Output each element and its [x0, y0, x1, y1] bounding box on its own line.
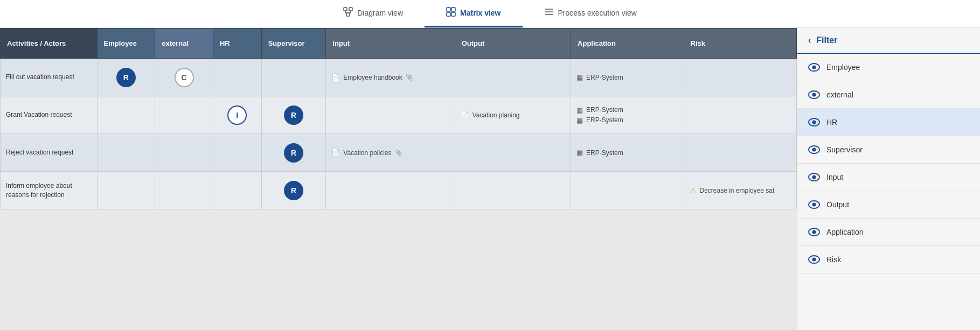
- filter-item-input[interactable]: Input: [797, 164, 980, 191]
- output-label: Vacation planing: [472, 111, 520, 119]
- application-label: ERP-System: [586, 116, 623, 124]
- doc-icon: 📄: [461, 111, 469, 119]
- application-item: ▦ERP-System: [576, 116, 678, 124]
- filter-label-hr: HR: [826, 118, 969, 127]
- filter-item-external[interactable]: external: [797, 81, 980, 109]
- col-employee: Employee: [97, 29, 155, 59]
- svg-rect-0: [344, 8, 347, 11]
- col-supervisor: Supervisor: [261, 29, 326, 59]
- filter-item-employee[interactable]: Employee: [797, 54, 980, 81]
- eye-icon-risk: [808, 254, 820, 265]
- svg-point-20: [812, 148, 816, 152]
- col-hr: HR: [213, 29, 261, 59]
- grid-icon: ▦: [576, 73, 583, 81]
- cell-risk: ⚠Decrease in employee sat: [684, 172, 797, 209]
- eye-icon-input: [808, 171, 820, 183]
- filter-title: Filter: [816, 36, 837, 45]
- cell-input: 📄Vacation policies📎: [326, 134, 455, 172]
- cell-input: [326, 96, 455, 134]
- svg-rect-7: [451, 8, 455, 11]
- svg-point-28: [812, 258, 816, 262]
- input-item: 📄Vacation policies📎: [331, 149, 449, 157]
- filter-item-hr[interactable]: HR: [797, 109, 980, 136]
- main-layout: Activities / Actors Employee external HR…: [0, 28, 980, 330]
- filter-sidebar: ‹ Filter Employee external HR: [797, 28, 980, 330]
- eye-icon-application: [808, 226, 820, 238]
- cell-employee: [97, 134, 155, 172]
- table-row: Grant Vacation requestIR📄Vacation planin…: [1, 96, 797, 134]
- cell-risk: [684, 59, 797, 96]
- svg-rect-9: [451, 12, 455, 16]
- filter-item-application[interactable]: Application: [797, 219, 980, 246]
- col-risk: Risk: [684, 29, 797, 59]
- cell-supervisor: R: [261, 172, 326, 209]
- svg-point-18: [812, 121, 816, 124]
- badge-external-C: C: [175, 68, 194, 87]
- application-label: ERP-System: [586, 106, 623, 114]
- svg-rect-8: [447, 12, 450, 16]
- cell-employee: R: [97, 59, 155, 96]
- eye-icon-hr: [808, 116, 820, 128]
- cell-supervisor: [261, 59, 326, 96]
- risk-item: ⚠Decrease in employee sat: [690, 186, 791, 195]
- cell-external: [155, 172, 213, 209]
- svg-point-22: [812, 175, 816, 179]
- cell-external: [155, 96, 213, 134]
- svg-rect-1: [349, 8, 352, 11]
- filter-label-input: Input: [826, 173, 969, 181]
- matrix-area[interactable]: Activities / Actors Employee external HR…: [0, 28, 797, 330]
- application-label: ERP-System: [586, 74, 623, 81]
- table-row: Fill out vacation requestRC📄Employee han…: [1, 59, 797, 96]
- grid-icon: ▦: [576, 149, 583, 157]
- col-external: external: [155, 29, 213, 59]
- execution-icon: [544, 8, 554, 18]
- nav-matrix[interactable]: Matrix view: [425, 0, 522, 27]
- top-nav: Diagram view Matrix view Process executi…: [0, 0, 980, 28]
- cell-supervisor: R: [261, 134, 326, 172]
- cell-supervisor: R: [261, 96, 326, 134]
- doc-icon: 📄: [331, 149, 340, 157]
- warning-icon: ⚠: [690, 186, 697, 195]
- eye-icon-external: [808, 89, 820, 101]
- cell-output: [455, 172, 571, 209]
- filter-label-supervisor: Supervisor: [826, 145, 969, 154]
- nav-execution[interactable]: Process execution view: [523, 0, 658, 27]
- filter-item-output[interactable]: Output: [797, 191, 980, 219]
- input-label: Vacation policies: [343, 149, 391, 157]
- cell-employee: [97, 172, 155, 209]
- clip-icon: 📎: [406, 74, 413, 81]
- col-activities: Activities / Actors: [1, 29, 98, 59]
- filter-back-button[interactable]: ‹: [808, 36, 811, 45]
- nav-matrix-label: Matrix view: [460, 9, 501, 17]
- cell-output: [455, 59, 571, 96]
- cell-hr: [213, 172, 261, 209]
- doc-icon: 📄: [331, 73, 340, 81]
- cell-hr: [213, 59, 261, 96]
- eye-icon-output: [808, 199, 820, 210]
- filter-header: ‹ Filter: [797, 28, 980, 54]
- output-item: 📄Vacation planing: [461, 111, 565, 119]
- grid-icon: ▦: [576, 106, 583, 114]
- table-row: Inform employee about reasons for reject…: [1, 172, 797, 209]
- cell-input: 📄Employee handbook📎: [326, 59, 455, 96]
- eye-icon-employee: [808, 61, 820, 73]
- svg-point-14: [812, 66, 816, 69]
- cell-output: [455, 134, 571, 172]
- input-label: Employee handbook: [343, 74, 402, 81]
- matrix-icon: [446, 7, 456, 19]
- cell-hr: I: [213, 96, 261, 134]
- input-item: 📄Employee handbook📎: [331, 73, 449, 81]
- application-label: ERP-System: [586, 149, 623, 157]
- nav-diagram[interactable]: Diagram view: [322, 0, 425, 27]
- nav-execution-label: Process execution view: [558, 9, 637, 17]
- cell-input: [326, 172, 455, 209]
- col-application: Application: [571, 29, 684, 59]
- application-item: ▦ERP-System: [576, 73, 678, 81]
- svg-rect-6: [447, 8, 450, 11]
- col-output: Output: [455, 29, 571, 59]
- cell-activity: Inform employee about reasons for reject…: [1, 172, 98, 209]
- filter-item-supervisor[interactable]: Supervisor: [797, 136, 980, 164]
- filter-item-risk[interactable]: Risk: [797, 246, 980, 273]
- svg-rect-2: [346, 13, 350, 16]
- col-input: Input: [326, 29, 455, 59]
